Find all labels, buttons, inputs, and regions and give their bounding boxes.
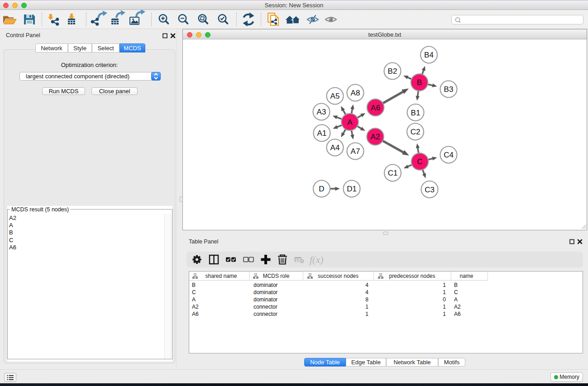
svg-text:B1: B1 [411, 109, 421, 117]
svg-text:B2: B2 [388, 67, 397, 76]
svg-text:A3: A3 [317, 108, 326, 116]
svg-text:C3: C3 [425, 186, 435, 194]
svg-text:A1: A1 [317, 129, 327, 138]
svg-text:A4: A4 [330, 143, 340, 152]
svg-text:D: D [319, 185, 324, 193]
svg-text:B3: B3 [444, 85, 454, 94]
svg-text:C1: C1 [388, 169, 398, 177]
svg-text:A2: A2 [371, 133, 380, 141]
svg-text:A7: A7 [351, 147, 360, 156]
svg-text:B4: B4 [424, 51, 434, 59]
svg-text:C: C [417, 157, 422, 166]
svg-text:A8: A8 [351, 89, 360, 97]
svg-text:C2: C2 [411, 128, 421, 136]
svg-text:A: A [347, 118, 353, 127]
svg-text:B: B [417, 78, 422, 87]
svg-text:f(x): f(x) [310, 254, 324, 265]
svg-text:A6: A6 [371, 104, 380, 112]
svg-text:C4: C4 [444, 151, 454, 159]
svg-text:D1: D1 [347, 185, 357, 193]
svg-text:A5: A5 [330, 92, 340, 100]
